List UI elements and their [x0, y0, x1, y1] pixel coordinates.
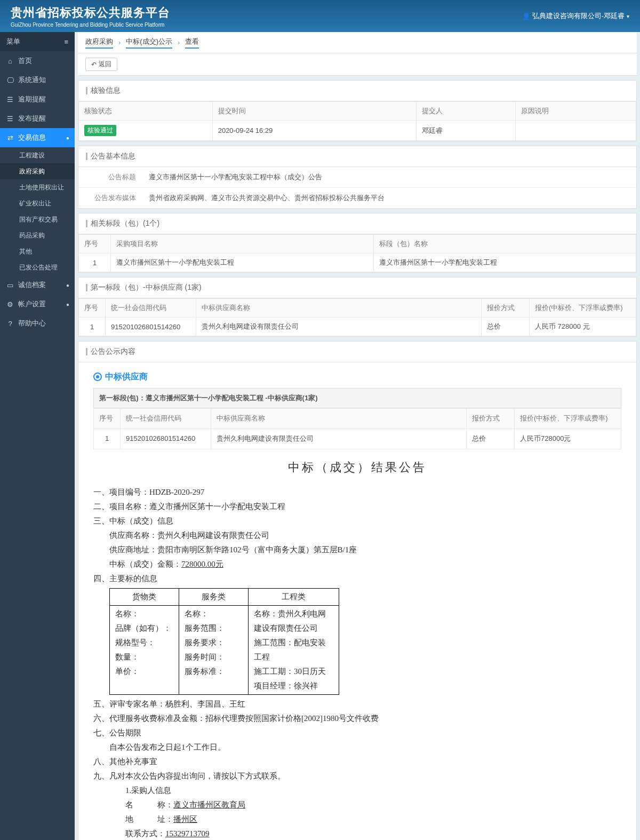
main-content: 政府采购 › 中标(成交)公示 › 查看 ↶ 返回 核验信息 核验状态 提交时间…: [75, 32, 640, 840]
app-title: 贵州省招标投标公共服务平台: [11, 5, 170, 21]
sidebar-sub-drug[interactable]: 药品采购: [0, 227, 75, 243]
sidebar-item-overdue[interactable]: ☰ 逾期提醒: [0, 90, 75, 109]
table-row: 核验通过 2020-09-24 16:29 邓廷睿: [79, 121, 636, 141]
kv-row: 公告发布媒体 贵州省政府采购网、遵义市公共资源交易中心、贵州省招标投标公共服务平…: [78, 188, 636, 208]
breadcrumb-item[interactable]: 政府采购: [85, 37, 113, 49]
panel-title: 相关标段（包）(1个): [78, 213, 636, 234]
panel-title: 公告基本信息: [78, 146, 636, 167]
table-row: 1 遵义市播州区第十一小学配电安装工程 遵义市播州区第十一小学配电安装工程: [79, 253, 636, 272]
verify-table: 核验状态 提交时间 提交人 原因说明 核验通过 2020-09-24 16:29…: [78, 101, 636, 141]
panel-sections: 相关标段（包）(1个) 序号 采购项目名称 标段（包）名称 1 遵义市播州区第十…: [78, 213, 637, 273]
back-button[interactable]: ↶ 返回: [85, 58, 117, 71]
supplier-table: 序号 统一社会信用代码 中标供应商名称 报价方式 报价(中标价、下浮率或费率) …: [78, 298, 636, 336]
kv-row: 公告标题 遵义市播州区第十一小学配电安装工程中标（成交）公告: [78, 167, 636, 188]
sidebar-sub-published[interactable]: 已发公告处理: [0, 259, 75, 275]
calendar-icon: ☰: [6, 115, 14, 122]
home-icon: ⌂: [6, 57, 14, 65]
sidebar-item-home[interactable]: ⌂ 首页: [0, 51, 75, 70]
sections-table: 序号 采购项目名称 标段（包）名称 1 遵义市播州区第十一小学配电安装工程 遵义…: [78, 234, 636, 272]
panel-basic: 公告基本信息 公告标题 遵义市播州区第十一小学配电安装工程中标（成交）公告 公告…: [78, 146, 637, 209]
chevron-down-icon: ▾: [627, 13, 629, 19]
panel-content: 公告公示内容 中标供应商 第一标段(包)：遵义市播州区第十一小学配电安装工程 -…: [78, 341, 637, 840]
hamburger-icon: ≡: [64, 38, 68, 46]
panel-title: 第一标段（包）-中标供应商 (1家): [78, 278, 636, 298]
status-badge: 核验通过: [84, 125, 116, 136]
folder-icon: ▭: [6, 281, 14, 289]
announcement-body: 中标供应商 第一标段(包)：遵义市播州区第十一小学配电安装工程 -中标供应商(1…: [78, 362, 636, 840]
chevron-right-icon: ›: [178, 38, 180, 46]
sidebar-sub-gov-purchase[interactable]: 政府采购: [0, 163, 75, 179]
target-icon: [93, 373, 102, 381]
monitor-icon: 🖵: [6, 76, 14, 84]
panel-title: 核验信息: [78, 81, 636, 101]
menu-label: 菜单: [6, 37, 20, 46]
sidebar-item-integrity[interactable]: ▭ 诚信档案 ●: [0, 275, 75, 295]
sidebar-item-notify[interactable]: 🖵 系统通知: [0, 70, 75, 90]
app-subtitle: GuiZhou Province Tendering and Bidding P…: [11, 22, 170, 28]
sidebar-item-account[interactable]: ⚙ 帐户设置 ●: [0, 295, 75, 314]
panel-supplier: 第一标段（包）-中标供应商 (1家) 序号 统一社会信用代码 中标供应商名称 报…: [78, 277, 637, 337]
dot-icon: ●: [66, 302, 69, 307]
sidebar: 菜单 ≡ ⌂ 首页 🖵 系统通知 ☰ 逾期提醒 ☰ 发布提醒 ⇄ 交易信息 ● …: [0, 32, 75, 840]
sidebar-sub-construction[interactable]: 工程建设: [0, 147, 75, 163]
sidebar-sub-other[interactable]: 其他: [0, 243, 75, 259]
breadcrumb: 政府采购 › 中标(成交)公示 › 查看: [78, 32, 637, 53]
winner-table: 序号 统一社会信用代码 中标供应商名称 报价方式 报价(中标价、下浮率或费率) …: [93, 408, 621, 449]
sidebar-item-trade[interactable]: ⇄ 交易信息 ●: [0, 128, 75, 147]
dot-icon: ●: [66, 282, 69, 288]
user-icon: 👤: [523, 12, 530, 20]
user-name: 弘典建设咨询有限公司-邓廷睿: [532, 11, 625, 21]
sub-table-header: 第一标段(包)：遵义市播州区第十一小学配电安装工程 -中标供应商(1家): [93, 388, 621, 409]
app-header: 贵州省招标投标公共服务平台 GuiZhou Province Tendering…: [0, 0, 640, 32]
sidebar-sub-mine[interactable]: 矿业权出让: [0, 195, 75, 211]
breadcrumb-item[interactable]: 中标(成交)公示: [126, 37, 172, 49]
bid-info-table: 货物类 服务类 工程类 名称： 品牌（如有）： 规格型号： 数量： 单价：: [109, 588, 339, 695]
supplier-heading: 中标供应商: [93, 370, 621, 384]
table-row: 1 915201026801514260 贵州久利电网建设有限责任公司 总价 人…: [79, 318, 636, 336]
chevron-right-icon: ›: [118, 38, 121, 46]
user-dropdown[interactable]: 👤 弘典建设咨询有限公司-邓廷睿 ▾: [523, 11, 629, 21]
announcement-title: 中标（成交）结果公告: [93, 458, 621, 477]
breadcrumb-item: 查看: [185, 37, 199, 49]
sidebar-item-help[interactable]: ? 帮助中心: [0, 314, 75, 333]
sidebar-item-publish[interactable]: ☰ 发布提醒: [0, 109, 75, 128]
calendar-icon: ☰: [6, 96, 14, 103]
sidebar-menu-header[interactable]: 菜单 ≡: [0, 32, 75, 51]
minus-icon: ●: [66, 135, 69, 141]
exchange-icon: ⇄: [6, 134, 14, 141]
user-setting-icon: ⚙: [6, 300, 14, 308]
sidebar-sub-land[interactable]: 土地使用权出让: [0, 179, 75, 195]
panel-title: 公告公示内容: [78, 342, 636, 362]
panel-verify: 核验信息 核验状态 提交时间 提交人 原因说明 核验通过 2020-09-24 …: [78, 80, 637, 141]
table-row: 1 915201026801514260 贵州久利电网建设有限责任公司 总价 人…: [94, 429, 621, 449]
sidebar-sub-state-asset[interactable]: 国有产权交易: [0, 211, 75, 227]
arrow-left-icon: ↶: [91, 61, 97, 68]
help-icon: ?: [6, 320, 14, 327]
